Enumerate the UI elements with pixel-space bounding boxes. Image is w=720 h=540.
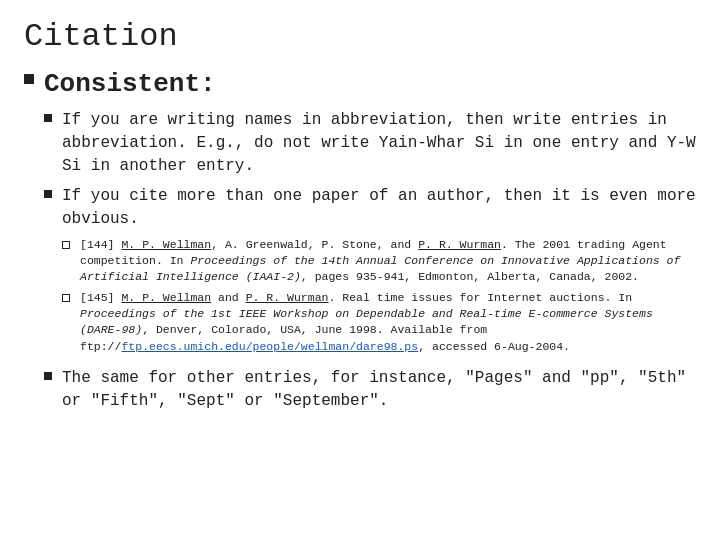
bullet-text-1: If you are writing names in abbreviation… xyxy=(62,109,696,179)
bullet-icon xyxy=(44,190,52,198)
list-item: If you are writing names in abbreviation… xyxy=(44,109,696,179)
author-underline: M. P. Wellman xyxy=(121,291,211,304)
list-item: If you cite more than one paper of an au… xyxy=(44,185,696,361)
author-underline: P. R. Wurman xyxy=(418,238,501,251)
sub-bullet-icon xyxy=(62,294,70,302)
link-text[interactable]: ftp.eecs.umich.edu/people/wellman/dare98… xyxy=(121,340,418,353)
list-item: [145] M. P. Wellman and P. R. Wurman. Re… xyxy=(62,290,696,354)
list-item: The same for other entries, for instance… xyxy=(44,367,696,413)
list-item: [144] M. P. Wellman, A. Greenwald, P. St… xyxy=(62,237,696,285)
author-underline: M. P. Wellman xyxy=(121,238,211,251)
journal-italic: Proceedings of the 1st IEEE Workshop on … xyxy=(80,307,653,336)
section-heading: Consistent: xyxy=(44,69,696,99)
bullet2-container: If you cite more than one paper of an au… xyxy=(62,185,696,361)
outer-bullet-icon xyxy=(24,74,34,84)
section-content: Consistent: If you are writing names in … xyxy=(44,69,696,419)
page-container: Citation Consistent: If you are writing … xyxy=(0,0,720,540)
outer-list: Consistent: If you are writing names in … xyxy=(24,69,696,419)
bullet-icon xyxy=(44,372,52,380)
bullet-icon xyxy=(44,114,52,122)
main-bullet-list: If you are writing names in abbreviation… xyxy=(44,109,696,413)
page-title: Citation xyxy=(24,18,696,55)
sub-text-2: [145] M. P. Wellman and P. R. Wurman. Re… xyxy=(80,290,696,354)
sub-list: [144] M. P. Wellman, A. Greenwald, P. St… xyxy=(62,237,696,355)
sub-bullet-icon xyxy=(62,241,70,249)
outer-list-item: Consistent: If you are writing names in … xyxy=(24,69,696,419)
journal-italic: Proceedings of the 14th Annual Conferenc… xyxy=(80,254,680,283)
bullet-text-3: The same for other entries, for instance… xyxy=(62,367,696,413)
bullet-text-2: If you cite more than one paper of an au… xyxy=(62,187,696,228)
sub-text-1: [144] M. P. Wellman, A. Greenwald, P. St… xyxy=(80,237,696,285)
author-underline: P. R. Wurman xyxy=(246,291,329,304)
